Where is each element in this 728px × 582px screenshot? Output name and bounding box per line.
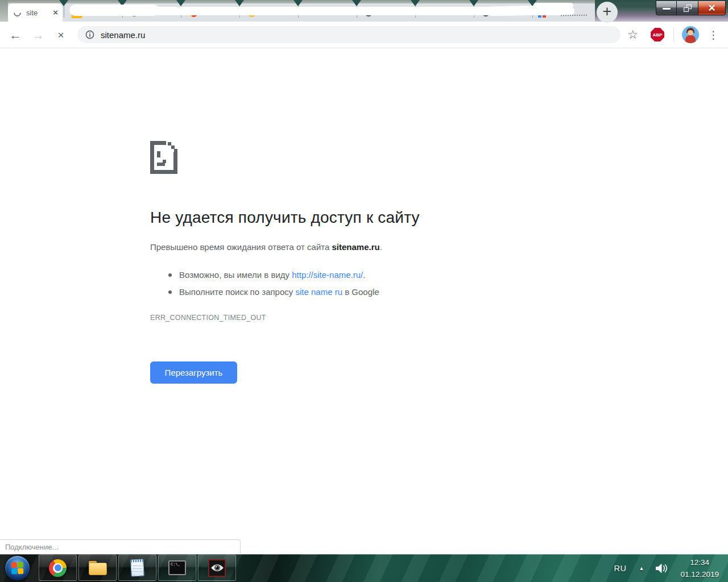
error-content: Не удается получить доступ к сайту Превы… — [150, 141, 560, 384]
page-content: Не удается получить доступ к сайту Превы… — [0, 49, 728, 554]
censored-tab-text — [561, 13, 587, 16]
error-description: Превышено время ожидания ответа от сайта… — [150, 242, 560, 252]
restore-icon — [684, 5, 692, 12]
close-icon: ✕ — [708, 3, 715, 13]
screen: Я site × + ✕ ← → × — [0, 0, 728, 582]
taskbar-explorer-button[interactable] — [78, 555, 117, 581]
window-controls: ✕ — [656, 1, 726, 15]
clock-time: 12:34 — [690, 558, 709, 567]
tab-divider — [64, 6, 64, 18]
profile-avatar[interactable] — [682, 26, 699, 43]
suggestion-list: Возможно, вы имели в виду http://site-na… — [150, 267, 560, 301]
error-domain: sitename.ru — [332, 242, 380, 252]
restore-button[interactable] — [677, 1, 698, 15]
suggestion-prefix: Возможно, вы имели в виду — [179, 270, 292, 280]
tab-close-icon[interactable]: × — [53, 9, 58, 16]
browser-menu-icon[interactable]: ⋮ — [708, 28, 719, 41]
url-text[interactable]: sitename.ru — [101, 30, 145, 40]
active-tab[interactable]: site × — [8, 3, 63, 22]
eye-icon — [208, 559, 226, 577]
toolbar-divider — [673, 27, 674, 42]
bookmark-star-icon[interactable]: ☆ — [627, 28, 638, 41]
windows-logo-icon — [11, 562, 24, 575]
censor-blur — [533, 3, 573, 8]
minimize-button[interactable] — [656, 1, 677, 15]
close-button[interactable]: ✕ — [698, 1, 726, 15]
language-indicator[interactable]: RU — [614, 564, 627, 573]
error-code: ERR_CONNECTION_TIMED_OUT — [150, 314, 560, 322]
suggestion-suffix: . — [363, 270, 365, 280]
start-button[interactable] — [5, 555, 30, 581]
chrome-icon — [49, 559, 67, 577]
clock[interactable]: 12:34 01.12.2019 — [680, 556, 719, 580]
frame-triangle — [469, 0, 478, 6]
new-tab-button[interactable]: + — [597, 2, 618, 23]
taskbar-eye-app-button[interactable] — [198, 555, 236, 581]
loading-spinner-icon — [12, 7, 22, 18]
taskbar-notepad-button[interactable] — [118, 555, 156, 581]
error-description-period: . — [380, 242, 382, 252]
command-prompt-icon: C:\_ — [168, 560, 186, 575]
notepad-icon — [130, 559, 144, 576]
taskbar-apps: C:\_ — [39, 555, 236, 581]
avatar-body — [685, 35, 696, 43]
browser-toolbar: ← → × sitename.ru ☆ ABP ⋮ — [0, 22, 728, 48]
address-bar[interactable]: sitename.ru — [77, 26, 621, 43]
adblock-plus-icon[interactable]: ABP — [651, 28, 664, 41]
clock-date: 01.12.2019 — [680, 570, 719, 579]
minimize-icon — [663, 8, 671, 10]
back-button[interactable]: ← — [8, 29, 23, 41]
frame-triangle — [293, 0, 303, 6]
forward-button: → — [31, 29, 46, 41]
error-title: Не удается получить доступ к сайту — [150, 209, 560, 227]
frame-triangle — [176, 0, 185, 6]
suggestion-suffix: в Google — [342, 287, 379, 297]
tab-strip: Я site × + ✕ — [0, 0, 728, 22]
suggestion-link[interactable]: http://site-name.ru/ — [292, 270, 363, 280]
suggestion-prefix: Выполните поиск по запросу — [179, 287, 295, 297]
frame-triangle — [352, 0, 361, 6]
page-info-icon[interactable] — [85, 30, 94, 39]
stop-loading-button[interactable]: × — [53, 30, 68, 40]
frame-triangle — [411, 0, 420, 6]
reload-button[interactable]: Перезагрузить — [150, 361, 237, 384]
taskbar: C:\_ RU ▲ — [0, 554, 728, 582]
folder-icon — [89, 561, 107, 575]
frame-triangle — [235, 0, 244, 6]
active-tab-title: site — [26, 9, 51, 17]
volume-icon[interactable] — [655, 563, 668, 573]
system-tray: RU ▲ 12:34 01.12.2019 — [614, 554, 728, 582]
hidden-icons-chevron[interactable]: ▲ — [639, 566, 644, 571]
taskbar-chrome-button[interactable] — [39, 555, 77, 581]
taskbar-cmd-button[interactable]: C:\_ — [158, 555, 196, 581]
sad-page-icon — [150, 141, 177, 174]
suggestion-item: Выполните поиск по запросу site name ru … — [150, 284, 560, 301]
suggestion-item: Возможно, вы имели в виду http://site-na… — [150, 267, 560, 284]
status-bar: Подключение... — [0, 539, 241, 554]
window-frame-left — [0, 0, 8, 22]
error-description-text: Превышено время ожидания ответа от сайта — [150, 242, 332, 252]
avatar-face — [688, 30, 693, 35]
suggestion-link[interactable]: site name ru — [295, 287, 342, 297]
